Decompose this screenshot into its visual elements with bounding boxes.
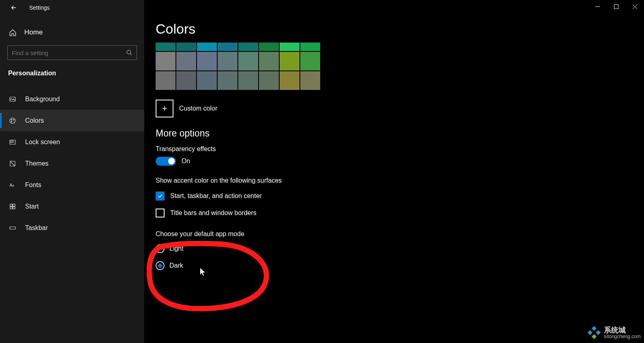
watermark-main: 系统城 — [604, 326, 641, 334]
accent-surfaces-label: Show accent color on the following surfa… — [156, 177, 644, 184]
sidebar-item-background[interactable]: Background — [0, 88, 144, 110]
sidebar-item-colors[interactable]: Colors — [0, 110, 144, 131]
search-icon — [126, 49, 133, 56]
window-controls — [588, 0, 644, 13]
color-swatch[interactable] — [259, 43, 279, 51]
color-swatch[interactable] — [238, 52, 258, 70]
color-swatch[interactable] — [156, 71, 175, 90]
color-swatch[interactable] — [176, 43, 196, 51]
svg-rect-1 — [614, 4, 618, 9]
plus-icon: + — [162, 103, 167, 114]
color-swatch[interactable] — [176, 52, 196, 70]
window-title: Settings — [29, 4, 50, 11]
radio-dark[interactable]: Dark — [156, 261, 644, 270]
home-label: Home — [24, 28, 43, 36]
svg-rect-19 — [588, 330, 593, 335]
svg-rect-20 — [596, 330, 601, 335]
sidebar-item-label: Start — [25, 203, 39, 210]
search-field[interactable] — [12, 49, 126, 56]
sidebar-item-label: Background — [25, 96, 60, 103]
checkbox-titlebars-label: Title bars and window borders — [170, 209, 257, 217]
color-swatch[interactable] — [197, 43, 217, 51]
color-swatch[interactable] — [280, 43, 300, 51]
svg-rect-18 — [592, 326, 597, 331]
color-swatch[interactable] — [218, 52, 237, 70]
palette-icon — [8, 117, 17, 124]
sidebar-item-label: Lock screen — [25, 138, 60, 146]
color-swatch[interactable] — [176, 71, 196, 90]
watermark-logo-icon — [587, 326, 601, 340]
color-swatch[interactable] — [238, 43, 258, 51]
radio-button — [156, 261, 165, 270]
color-swatch[interactable] — [259, 71, 279, 90]
sidebar-item-label: Fonts — [25, 181, 41, 189]
color-swatch[interactable] — [280, 71, 300, 90]
checkmark-icon — [157, 193, 163, 199]
transparency-label: Transparency effects — [156, 145, 644, 153]
page-title: Colors — [156, 21, 644, 37]
svg-rect-13 — [10, 204, 12, 206]
transparency-toggle[interactable] — [156, 157, 176, 166]
minimize-icon — [595, 4, 600, 9]
sidebar-item-fonts[interactable]: AA Fonts — [0, 174, 144, 196]
svg-text:A: A — [12, 183, 14, 187]
svg-rect-9 — [11, 141, 13, 143]
app-mode-label: Choose your default app mode — [156, 230, 644, 238]
picture-icon — [8, 96, 17, 103]
home-button[interactable]: Home — [0, 23, 144, 41]
color-swatch[interactable] — [238, 71, 258, 90]
svg-point-5 — [11, 119, 12, 120]
color-swatch[interactable] — [197, 71, 217, 90]
color-swatch[interactable] — [218, 71, 237, 90]
sidebar-item-taskbar[interactable]: Taskbar — [0, 217, 144, 239]
watermark: 系统城 xitongcheng.com — [587, 326, 641, 340]
color-swatch[interactable] — [280, 52, 300, 70]
svg-rect-14 — [13, 204, 15, 206]
sidebar-item-label: Colors — [25, 117, 44, 124]
themes-icon — [8, 160, 17, 167]
radio-light[interactable]: Light — [156, 244, 644, 253]
toggle-thumb — [168, 158, 175, 164]
search-input[interactable] — [7, 45, 137, 60]
titlebar: Settings — [0, 0, 644, 15]
main-content: Colors + Custom color More options Trans… — [144, 0, 644, 343]
color-swatch[interactable] — [300, 43, 320, 51]
radio-button — [156, 244, 165, 253]
fonts-icon: AA — [8, 181, 17, 189]
sidebar-item-label: Themes — [25, 160, 49, 167]
color-swatch[interactable] — [156, 52, 175, 70]
maximize-icon — [614, 4, 618, 9]
sidebar: Home Personalization Background Colors L… — [0, 0, 144, 343]
color-swatch[interactable] — [259, 52, 279, 70]
category-title: Personalization — [0, 62, 144, 81]
color-swatch[interactable] — [300, 52, 320, 70]
color-swatch[interactable] — [156, 43, 175, 51]
close-button[interactable] — [625, 0, 644, 13]
transparency-state: On — [182, 158, 190, 165]
back-button[interactable] — [6, 0, 22, 15]
radio-dark-label: Dark — [169, 262, 183, 269]
close-icon — [633, 4, 637, 9]
custom-color-button[interactable]: + — [156, 100, 173, 117]
svg-point-6 — [13, 119, 14, 120]
checkbox-titlebars[interactable] — [156, 209, 165, 217]
watermark-sub: xitongcheng.com — [604, 334, 641, 339]
svg-rect-17 — [10, 227, 15, 229]
checkbox-start-taskbar[interactable] — [156, 192, 165, 200]
color-swatch[interactable] — [197, 52, 217, 70]
svg-point-4 — [10, 118, 15, 124]
home-icon — [8, 29, 17, 36]
maximize-button[interactable] — [607, 0, 625, 13]
svg-rect-0 — [595, 6, 600, 7]
taskbar-icon — [8, 224, 17, 232]
minimize-button[interactable] — [588, 0, 607, 13]
color-swatch[interactable] — [218, 43, 237, 51]
svg-point-7 — [11, 121, 12, 122]
color-swatch[interactable] — [300, 71, 320, 90]
sidebar-item-lockscreen[interactable]: Lock screen — [0, 131, 144, 153]
lockscreen-icon — [8, 138, 17, 146]
sidebar-item-start[interactable]: Start — [0, 196, 144, 217]
svg-rect-15 — [10, 207, 12, 209]
svg-text:A: A — [10, 182, 13, 187]
sidebar-item-themes[interactable]: Themes — [0, 153, 144, 174]
